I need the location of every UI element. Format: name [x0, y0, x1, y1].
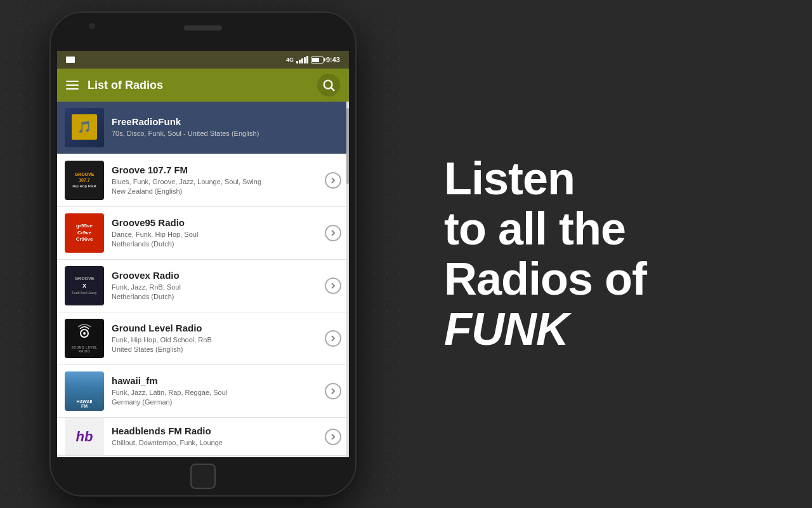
- svg-point-0: [324, 81, 332, 89]
- radio-desc: Chillout, Downtempo, Funk, Lounge: [112, 438, 317, 448]
- phone-bottom: [51, 457, 355, 495]
- radio-desc: Funk, Jazz, RnB, SoulNetherlands (Dutch): [112, 283, 317, 302]
- arrow-button[interactable]: [325, 225, 341, 241]
- phone-top: [51, 13, 355, 51]
- phone-speaker: [184, 25, 222, 30]
- battery-icon: [311, 57, 324, 64]
- svg-point-3: [83, 332, 86, 335]
- right-panel: Listen to all the Radios of FUNK: [406, 0, 812, 508]
- promo-line3: Radios of: [444, 254, 646, 304]
- arrow-button[interactable]: [325, 383, 341, 399]
- arrow-button[interactable]: [325, 172, 341, 189]
- phone-camera: [89, 23, 95, 29]
- radio-desc: Dance, Funk, Hip Hop, SoulNetherlands (D…: [112, 230, 317, 250]
- chevron-right-icon: [329, 229, 337, 237]
- battery-fill: [312, 58, 319, 62]
- app-bar: List of Radios: [57, 69, 349, 102]
- radio-logo: 🎵: [65, 108, 104, 147]
- radio-info: FreeRadioFunk 70s, Disco, Funk, Soul - U…: [112, 116, 341, 138]
- phone-frame: 4G 9:43: [51, 13, 355, 495]
- radio-name: Headblends FM Radio: [112, 425, 317, 436]
- chevron-right-icon: [329, 177, 337, 184]
- chevron-right-icon: [329, 433, 337, 441]
- list-item[interactable]: 🎵 FreeRadioFunk 70s, Disco, Funk, Soul -…: [57, 102, 349, 154]
- list-item[interactable]: GROOVEXFunk·Soul·Jazzy Groovex Radio Fun…: [57, 260, 349, 312]
- signal-bars: [296, 56, 308, 64]
- radio-list: 🎵 FreeRadioFunk 70s, Disco, Funk, Soul -…: [57, 102, 349, 456]
- chevron-right-icon: [329, 335, 337, 342]
- radio-logo: HAWAIIFM: [65, 371, 104, 411]
- search-icon: [322, 78, 336, 92]
- radio-desc: Blues, Funk, Groove, Jazz, Lounge, Soul,…: [112, 177, 317, 197]
- promo-text: Listen to all the Radios of FUNK: [444, 154, 646, 355]
- promo-line1: Listen: [444, 154, 646, 204]
- app-title: List of Radios: [88, 79, 308, 92]
- radio-info: Ground Level Radio Funk, Hip Hop, Old Sc…: [112, 323, 317, 355]
- list-item[interactable]: GROOVE107.7Hip Hop R&B Groove 107.7 FM B…: [57, 154, 349, 207]
- list-item[interactable]: hb Headblends FM Radio Chillout, Downtem…: [57, 418, 349, 456]
- arrow-button[interactable]: [325, 277, 341, 294]
- radio-info: Groovex Radio Funk, Jazz, RnB, SoulNethe…: [112, 270, 317, 302]
- radio-desc: Funk, Hip Hop, Old School, RnBUnited Sta…: [112, 335, 317, 355]
- status-time: 9:43: [326, 56, 340, 64]
- radio-logo: SOUND LEVEL RADIO: [65, 319, 104, 358]
- status-left: [66, 57, 75, 63]
- search-button[interactable]: [317, 74, 340, 97]
- radio-logo: gr95veCr9veCr96ve: [65, 213, 104, 253]
- chevron-right-icon: [329, 387, 337, 395]
- list-item[interactable]: gr95veCr9veCr96ve Groove95 Radio Dance, …: [57, 207, 349, 260]
- radio-info: hawaii_fm Funk, Jazz, Latin, Rap, Reggae…: [112, 375, 317, 408]
- radio-info: Groove 107.7 FM Blues, Funk, Groove, Jaz…: [112, 164, 317, 197]
- svg-line-1: [331, 88, 334, 91]
- radio-desc: 70s, Disco, Funk, Soul - United States (…: [112, 129, 341, 138]
- radio-desc: Funk, Jazz, Latin, Rap, Reggae, SoulGerm…: [112, 388, 317, 408]
- arrow-button[interactable]: [325, 429, 341, 445]
- radio-name: FreeRadioFunk: [112, 116, 341, 127]
- radio-info: Groove95 Radio Dance, Funk, Hip Hop, Sou…: [112, 217, 317, 250]
- radio-name: hawaii_fm: [112, 375, 317, 386]
- left-panel: 4G 9:43: [0, 0, 406, 508]
- list-item[interactable]: HAWAIIFM hawaii_fm Funk, Jazz, Latin, Ra…: [57, 365, 349, 418]
- home-button[interactable]: [190, 464, 216, 489]
- radio-name: Groovex Radio: [112, 270, 317, 281]
- sim-icon: [66, 57, 75, 63]
- promo-line4: FUNK: [444, 304, 646, 354]
- phone-screen: 4G 9:43: [57, 51, 349, 457]
- hamburger-button[interactable]: [66, 81, 79, 90]
- list-item[interactable]: SOUND LEVEL RADIO Ground Level Radio Fun…: [57, 312, 349, 365]
- radio-name: Ground Level Radio: [112, 323, 317, 333]
- status-4g-label: 4G: [286, 57, 294, 63]
- arrow-button[interactable]: [325, 330, 341, 347]
- status-bar: 4G 9:43: [57, 51, 349, 69]
- chevron-right-icon: [329, 282, 337, 290]
- radio-logo: GROOVE107.7Hip Hop R&B: [65, 161, 104, 200]
- radio-logo: GROOVEXFunk·Soul·Jazzy: [65, 266, 104, 305]
- radio-name: Groove 107.7 FM: [112, 164, 317, 175]
- scrollbar[interactable]: [346, 102, 349, 457]
- radio-info: Headblends FM Radio Chillout, Downtempo,…: [112, 425, 317, 448]
- radio-name: Groove95 Radio: [112, 217, 317, 228]
- status-right: 4G 9:43: [286, 56, 340, 64]
- radio-logo: hb: [65, 418, 104, 456]
- scrollbar-thumb[interactable]: [346, 108, 349, 184]
- promo-line2: to all the: [444, 204, 646, 254]
